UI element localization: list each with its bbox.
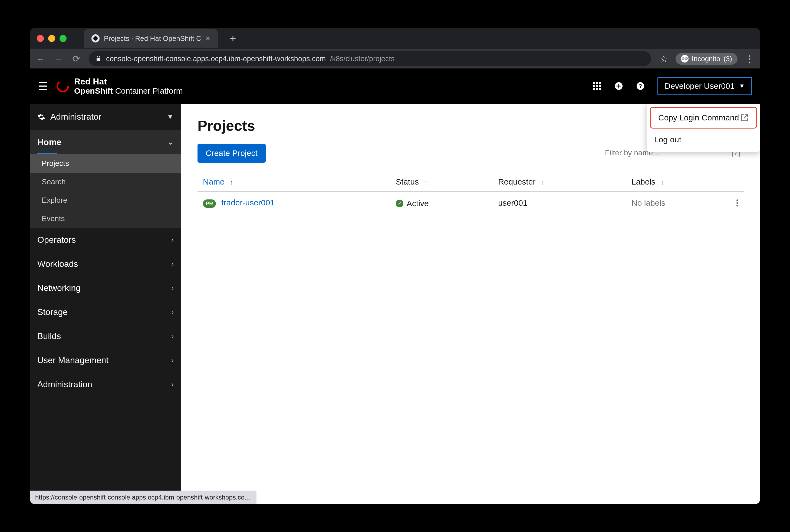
perspective-switcher[interactable]: Administrator ▼ [30,103,181,130]
nav-section-builds[interactable]: Builds › [30,324,181,348]
window-controls [37,35,66,42]
status-ok-icon: ✓ [396,200,403,207]
browser-statusbar: https://console-openshift-console.apps.o… [30,491,256,504]
reload-icon[interactable]: ⟳ [71,53,82,64]
nav-section-storage[interactable]: Storage › [30,300,181,324]
brand-text: Red Hat OpenShift Container Platform [74,77,183,95]
menu-item-copy-login[interactable]: Copy Login Command [650,107,757,129]
url-path: /k8s/cluster/projects [330,55,395,63]
chevron-down-icon: ⌄ [168,138,174,146]
nav-section-networking[interactable]: Networking › [30,276,181,300]
caret-down-icon: ▼ [739,82,745,90]
menu-item-label: Log out [654,135,681,144]
status-badge: ✓ Active [396,199,429,208]
svg-rect-4 [599,82,601,84]
browser-menu-icon[interactable]: ⋮ [744,53,755,64]
app-launcher-icon[interactable] [593,81,602,91]
chevron-right-icon: › [171,236,174,244]
labels-cell: No labels [626,192,731,214]
sort-icon: ↕ [424,178,427,186]
brand-line2a: OpenShift [74,86,113,95]
project-link[interactable]: trader-user001 [221,198,275,207]
browser-tab[interactable]: Projects · Red Hat OpenShift C × [84,29,218,48]
external-link-icon [740,114,749,122]
browser-window: Projects · Red Hat OpenShift C × + ← → ⟳… [30,28,760,504]
svg-rect-8 [593,88,595,90]
nav-section-label: User Management [37,355,109,365]
project-badge: PR [203,200,216,208]
caret-down-icon: ▼ [167,113,174,121]
back-icon[interactable]: ← [35,54,46,64]
chevron-right-icon: › [171,284,174,292]
nav-section-label: Operators [37,235,76,245]
table-row: PR trader-user001 ✓ Active user001 No la… [197,192,744,214]
column-header-labels[interactable]: Labels ↕ [626,172,731,192]
column-header-requester[interactable]: Requester ↕ [493,172,626,192]
minimize-window-icon[interactable] [48,35,55,42]
svg-point-1 [57,81,68,92]
incognito-label: Incognito [692,55,720,63]
status-text: Active [407,199,429,208]
sidebar-item-search[interactable]: Search [30,173,181,191]
app-shell: ☰ Red Hat OpenShift Container Platform [30,69,760,504]
nav-section-label: Networking [37,283,81,293]
sidebar-item-projects[interactable]: Projects [30,154,181,173]
new-tab-button[interactable]: + [230,33,236,45]
maximize-window-icon[interactable] [59,35,66,42]
brand-line2b: Container Platform [113,86,182,95]
tab-close-icon[interactable]: × [206,34,211,43]
main-content: Projects Create Project / Name ↑ [181,103,760,491]
user-name: Developer User001 [665,81,734,91]
nav-section-label: Storage [37,307,68,317]
row-actions-icon[interactable] [736,200,738,207]
nav-section-label: Builds [37,331,61,341]
nav-toggle-icon[interactable]: ☰ [38,79,48,93]
svg-point-0 [93,36,98,41]
masthead: ☰ Red Hat OpenShift Container Platform [30,69,760,103]
create-project-button[interactable]: Create Project [197,144,266,163]
tab-title: Projects · Red Hat OpenShift C [104,34,201,43]
perspective-label: Administrator [50,112,101,122]
sort-asc-icon: ↑ [230,178,233,186]
lock-icon [95,55,102,62]
svg-rect-9 [596,88,598,90]
import-icon[interactable] [614,81,623,91]
column-header-status[interactable]: Status ↕ [390,172,493,192]
close-window-icon[interactable] [37,35,44,42]
redhat-logo-icon [56,79,69,93]
brand-line1: Red Hat [74,77,183,86]
user-menu-button[interactable]: Developer User001 ▼ [657,77,752,95]
nav-section-label: Home [37,137,61,147]
menu-item-logout[interactable]: Log out [647,130,760,150]
browser-address-bar: ← → ⟳ console-openshift-console.apps.ocp… [30,49,760,69]
forward-icon[interactable]: → [53,54,64,64]
nav-section-label: Workloads [37,259,78,269]
chevron-right-icon: › [171,380,174,388]
url-field[interactable]: console-openshift-console.apps.ocp4.ibm-… [89,51,651,66]
sidebar: Administrator ▼ Home ⌄ Projects Search E… [30,103,181,491]
svg-rect-13 [616,86,621,87]
tab-favicon-icon [92,34,100,42]
nav-section-user-management[interactable]: User Management › [30,348,181,372]
incognito-indicator[interactable]: 👓 Incognito (3) [676,53,737,65]
svg-rect-3 [596,82,598,84]
help-icon[interactable]: ? [636,81,645,91]
sidebar-item-explore[interactable]: Explore [30,191,181,209]
chevron-right-icon: › [171,308,174,316]
requester-cell: user001 [493,192,626,214]
chevron-right-icon: › [171,260,174,268]
menu-item-label: Copy Login Command [658,113,739,122]
sort-icon: ↕ [541,178,544,186]
sidebar-item-events[interactable]: Events [30,209,181,228]
url-host: console-openshift-console.apps.ocp4.ibm-… [106,55,326,63]
bookmark-icon[interactable]: ☆ [658,53,669,64]
column-header-name[interactable]: Name ↑ [197,172,390,192]
incognito-icon: 👓 [681,55,689,62]
nav-section-administration[interactable]: Administration › [30,372,181,396]
nav-section-workloads[interactable]: Workloads › [30,252,181,276]
brand[interactable]: Red Hat OpenShift Container Platform [56,77,183,95]
svg-rect-7 [599,85,601,87]
nav-section-operators[interactable]: Operators › [30,228,181,252]
nav-section-home[interactable]: Home ⌄ [30,130,181,154]
incognito-count: (3) [724,55,732,63]
